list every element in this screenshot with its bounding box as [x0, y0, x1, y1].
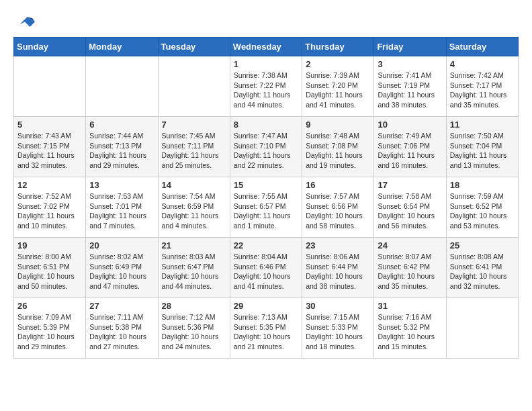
weekday-header-sunday: Sunday [14, 38, 86, 56]
page-header [13, 13, 519, 30]
day-number: 24 [378, 240, 442, 250]
day-number: 2 [306, 59, 370, 69]
calendar-cell: 17Sunrise: 7:58 AM Sunset: 6:54 PM Dayli… [374, 177, 446, 238]
day-info: Sunrise: 8:04 AM Sunset: 6:46 PM Dayligh… [234, 252, 298, 291]
day-number: 4 [450, 59, 515, 69]
day-info: Sunrise: 7:16 AM Sunset: 5:32 PM Dayligh… [378, 312, 442, 352]
day-number: 22 [234, 240, 298, 250]
calendar-cell [446, 298, 518, 359]
day-info: Sunrise: 7:41 AM Sunset: 7:19 PM Dayligh… [378, 71, 442, 110]
calendar-cell: 18Sunrise: 7:59 AM Sunset: 6:52 PM Dayli… [446, 177, 518, 238]
calendar-cell: 27Sunrise: 7:11 AM Sunset: 5:38 PM Dayli… [86, 298, 158, 359]
day-info: Sunrise: 7:12 AM Sunset: 5:36 PM Dayligh… [162, 312, 226, 352]
day-info: Sunrise: 7:55 AM Sunset: 6:57 PM Dayligh… [234, 191, 298, 231]
day-info: Sunrise: 7:13 AM Sunset: 5:35 PM Dayligh… [234, 312, 298, 352]
day-info: Sunrise: 7:42 AM Sunset: 7:17 PM Dayligh… [450, 71, 515, 110]
day-info: Sunrise: 7:09 AM Sunset: 5:39 PM Dayligh… [17, 312, 82, 352]
day-info: Sunrise: 7:45 AM Sunset: 7:11 PM Dayligh… [162, 131, 226, 171]
calendar-cell: 13Sunrise: 7:53 AM Sunset: 7:01 PM Dayli… [86, 177, 158, 238]
calendar-week-row: 1Sunrise: 7:38 AM Sunset: 7:22 PM Daylig… [14, 56, 519, 117]
calendar-week-row: 12Sunrise: 7:52 AM Sunset: 7:02 PM Dayli… [14, 177, 519, 238]
svg-marker-0 [20, 17, 36, 27]
calendar-cell: 28Sunrise: 7:12 AM Sunset: 5:36 PM Dayli… [158, 298, 230, 359]
weekday-header-saturday: Saturday [446, 38, 518, 56]
calendar-week-row: 26Sunrise: 7:09 AM Sunset: 5:39 PM Dayli… [14, 298, 519, 359]
day-info: Sunrise: 7:48 AM Sunset: 7:08 PM Dayligh… [306, 131, 370, 171]
day-info: Sunrise: 7:15 AM Sunset: 5:33 PM Dayligh… [306, 312, 370, 352]
calendar-cell: 4Sunrise: 7:42 AM Sunset: 7:17 PM Daylig… [446, 56, 518, 117]
calendar-header-row: SundayMondayTuesdayWednesdayThursdayFrid… [14, 38, 519, 56]
day-info: Sunrise: 7:38 AM Sunset: 7:22 PM Dayligh… [234, 71, 298, 110]
day-info: Sunrise: 7:57 AM Sunset: 6:56 PM Dayligh… [306, 191, 370, 231]
calendar-cell: 14Sunrise: 7:54 AM Sunset: 6:59 PM Dayli… [158, 177, 230, 238]
day-info: Sunrise: 7:47 AM Sunset: 7:10 PM Dayligh… [234, 131, 298, 171]
day-number: 10 [378, 120, 442, 130]
day-info: Sunrise: 7:59 AM Sunset: 6:52 PM Dayligh… [450, 191, 515, 231]
day-info: Sunrise: 7:44 AM Sunset: 7:13 PM Dayligh… [89, 131, 154, 171]
logo [13, 13, 35, 30]
calendar-cell: 20Sunrise: 8:02 AM Sunset: 6:49 PM Dayli… [86, 238, 158, 298]
day-number: 29 [234, 301, 298, 311]
day-info: Sunrise: 7:58 AM Sunset: 6:54 PM Dayligh… [378, 191, 442, 231]
day-info: Sunrise: 8:03 AM Sunset: 6:47 PM Dayligh… [162, 252, 226, 291]
calendar-cell: 11Sunrise: 7:50 AM Sunset: 7:04 PM Dayli… [446, 117, 518, 177]
calendar-cell: 15Sunrise: 7:55 AM Sunset: 6:57 PM Dayli… [230, 177, 302, 238]
day-number: 5 [17, 120, 82, 130]
day-number: 28 [162, 301, 226, 311]
calendar-cell [86, 56, 158, 117]
weekday-header-thursday: Thursday [302, 38, 374, 56]
calendar-cell: 19Sunrise: 8:00 AM Sunset: 6:51 PM Dayli… [14, 238, 86, 298]
day-info: Sunrise: 7:11 AM Sunset: 5:38 PM Dayligh… [89, 312, 154, 352]
calendar-cell: 9Sunrise: 7:48 AM Sunset: 7:08 PM Daylig… [302, 117, 374, 177]
calendar-cell: 31Sunrise: 7:16 AM Sunset: 5:32 PM Dayli… [374, 298, 446, 359]
day-info: Sunrise: 8:06 AM Sunset: 6:44 PM Dayligh… [306, 252, 370, 291]
day-number: 9 [306, 120, 370, 130]
day-number: 19 [17, 240, 82, 250]
day-number: 23 [306, 240, 370, 250]
day-number: 31 [378, 301, 442, 311]
day-number: 18 [450, 180, 515, 190]
day-number: 1 [234, 59, 298, 69]
calendar-cell [158, 56, 230, 117]
day-info: Sunrise: 7:50 AM Sunset: 7:04 PM Dayligh… [450, 131, 515, 171]
day-info: Sunrise: 7:43 AM Sunset: 7:15 PM Dayligh… [17, 131, 82, 171]
day-number: 26 [17, 301, 82, 311]
day-number: 8 [234, 120, 298, 130]
calendar-cell: 22Sunrise: 8:04 AM Sunset: 6:46 PM Dayli… [230, 238, 302, 298]
weekday-header-monday: Monday [86, 38, 158, 56]
day-number: 3 [378, 59, 442, 69]
logo-bird-icon [15, 13, 35, 30]
day-number: 13 [89, 180, 154, 190]
day-info: Sunrise: 7:53 AM Sunset: 7:01 PM Dayligh… [89, 191, 154, 231]
day-number: 12 [17, 180, 82, 190]
day-info: Sunrise: 7:52 AM Sunset: 7:02 PM Dayligh… [17, 191, 82, 231]
calendar-cell: 5Sunrise: 7:43 AM Sunset: 7:15 PM Daylig… [14, 117, 86, 177]
calendar-week-row: 5Sunrise: 7:43 AM Sunset: 7:15 PM Daylig… [14, 117, 519, 177]
calendar-cell: 3Sunrise: 7:41 AM Sunset: 7:19 PM Daylig… [374, 56, 446, 117]
day-number: 11 [450, 120, 515, 130]
day-number: 15 [234, 180, 298, 190]
calendar-cell [14, 56, 86, 117]
calendar-week-row: 19Sunrise: 8:00 AM Sunset: 6:51 PM Dayli… [14, 238, 519, 298]
calendar-cell: 7Sunrise: 7:45 AM Sunset: 7:11 PM Daylig… [158, 117, 230, 177]
day-number: 27 [89, 301, 154, 311]
calendar-cell: 2Sunrise: 7:39 AM Sunset: 7:20 PM Daylig… [302, 56, 374, 117]
day-info: Sunrise: 7:49 AM Sunset: 7:06 PM Dayligh… [378, 131, 442, 171]
day-number: 25 [450, 240, 515, 250]
day-info: Sunrise: 7:39 AM Sunset: 7:20 PM Dayligh… [306, 71, 370, 110]
day-info: Sunrise: 8:02 AM Sunset: 6:49 PM Dayligh… [89, 252, 154, 291]
day-info: Sunrise: 8:08 AM Sunset: 6:41 PM Dayligh… [450, 252, 515, 291]
calendar-table: SundayMondayTuesdayWednesdayThursdayFrid… [13, 37, 519, 359]
weekday-header-wednesday: Wednesday [230, 38, 302, 56]
calendar-cell: 10Sunrise: 7:49 AM Sunset: 7:06 PM Dayli… [374, 117, 446, 177]
calendar-cell: 25Sunrise: 8:08 AM Sunset: 6:41 PM Dayli… [446, 238, 518, 298]
calendar-cell: 26Sunrise: 7:09 AM Sunset: 5:39 PM Dayli… [14, 298, 86, 359]
day-info: Sunrise: 8:00 AM Sunset: 6:51 PM Dayligh… [17, 252, 82, 291]
calendar-cell: 12Sunrise: 7:52 AM Sunset: 7:02 PM Dayli… [14, 177, 86, 238]
calendar-cell: 1Sunrise: 7:38 AM Sunset: 7:22 PM Daylig… [230, 56, 302, 117]
day-number: 17 [378, 180, 442, 190]
calendar-cell: 6Sunrise: 7:44 AM Sunset: 7:13 PM Daylig… [86, 117, 158, 177]
day-number: 16 [306, 180, 370, 190]
day-number: 14 [162, 180, 226, 190]
weekday-header-friday: Friday [374, 38, 446, 56]
